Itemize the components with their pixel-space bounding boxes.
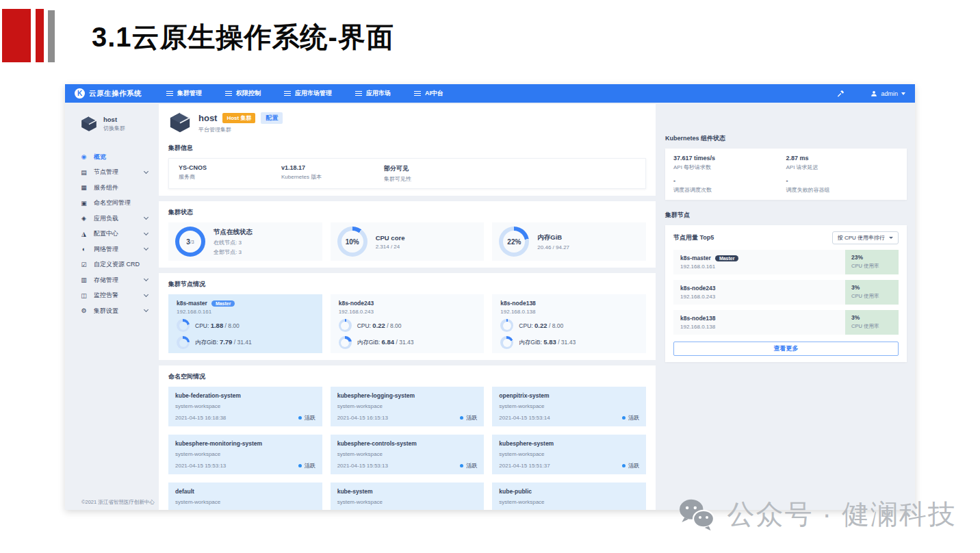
- status-badge: 活跃: [628, 462, 639, 470]
- namespace-workspace: system-workspace: [175, 451, 315, 457]
- usage-label: CPU 使用率: [851, 323, 892, 330]
- donut-total: /3: [190, 240, 194, 244]
- nodes-icon: ▤: [80, 169, 88, 176]
- nav-item-app-market[interactable]: 应用市场: [355, 89, 391, 98]
- namespace-card[interactable]: kubesphere-system system-workspace 2021-…: [492, 435, 646, 474]
- sidebar-item-storage-management[interactable]: ▥ 存储管理: [80, 272, 159, 288]
- metric-label: 内存GiB:: [195, 339, 218, 346]
- sidebar-item-node-management[interactable]: ▤ 节点管理: [80, 165, 159, 181]
- namespace-card[interactable]: default system-workspace 2021-04-15 15:4…: [168, 483, 322, 510]
- namespace-card[interactable]: kube-federation-system system-workspace …: [168, 387, 322, 426]
- metric-scheduler-attempts: - 调度器调度次数: [673, 177, 786, 194]
- cluster-info-card: YS-CNOS 服务商 v1.18.17 Kubernetes 版本 部分可见 …: [168, 158, 646, 189]
- crd-icon: ☑: [80, 261, 88, 268]
- namespace-date: 2021-04-15 15:53:13: [337, 463, 388, 469]
- brand-name: 云原生操作系统: [89, 89, 142, 99]
- config-icon: ◮: [80, 231, 88, 237]
- sidebar-item-namespace-management[interactable]: ▣ 命名空间管理: [80, 196, 159, 211]
- toolbox-hammer-icon[interactable]: [837, 90, 844, 97]
- title-red-square: [2, 9, 31, 62]
- info-value: v1.18.17: [281, 164, 384, 171]
- namespace-name: kubesphere-controls-system: [337, 440, 478, 447]
- namespace-card[interactable]: kubesphere-logging-system system-workspa…: [331, 387, 485, 426]
- master-badge: Master: [715, 255, 739, 261]
- hamburger-icon: [355, 91, 362, 92]
- nav-item-ai-platform[interactable]: AI中台: [414, 89, 443, 98]
- namespace-workspace: system-workspace: [175, 403, 315, 409]
- sidebar-item-network-management[interactable]: ◐ 网络管理: [80, 242, 159, 257]
- mini-donut-cpu: [500, 319, 513, 332]
- donut-cpu: 10%: [337, 227, 368, 257]
- nav-item-label: 应用市场管理: [295, 89, 332, 98]
- usage-percent: 3%: [851, 314, 892, 321]
- node-card-node138[interactable]: k8s-node138 192.168.0.138 CPU: 0.22 / 8.…: [492, 294, 646, 353]
- chevron-down-icon: [144, 276, 149, 281]
- node-ip: 192.168.0.138: [680, 324, 838, 330]
- copyright-footer: ©2021 浙江省智慧医疗创新中心: [81, 499, 155, 506]
- status-badge: 活跃: [628, 414, 639, 422]
- info-label: 集群可见性: [384, 175, 487, 183]
- info-visibility: 部分可见 集群可见性: [384, 164, 487, 183]
- brand[interactable]: K 云原生操作系统: [75, 88, 142, 99]
- workloads-icon: ◈: [80, 215, 88, 222]
- sidebar-item-cluster-settings[interactable]: ⚙ 集群设置: [80, 303, 159, 319]
- namespace-workspace: system-workspace: [499, 499, 639, 505]
- view-more-button[interactable]: 查看更多: [673, 342, 899, 356]
- title-red-bar: [36, 9, 44, 62]
- sidebar-item-overview[interactable]: ◉ 概览: [80, 149, 159, 165]
- chevron-down-icon: [144, 231, 149, 235]
- chevron-down-icon: [889, 237, 893, 239]
- metric-total: / 8.00: [387, 322, 401, 329]
- donut-memory: 22%: [499, 227, 529, 257]
- section-title-cluster-status: 集群状态: [168, 208, 646, 217]
- status-badge: 活跃: [305, 414, 315, 422]
- hamburger-icon: [284, 91, 291, 92]
- configure-button[interactable]: 配置: [261, 112, 283, 124]
- sidebar-item-label: 监控告警: [94, 291, 118, 300]
- namespace-card[interactable]: kube-system system-workspace 2021-04-15 …: [331, 483, 485, 510]
- wechat-icon: [678, 498, 716, 532]
- components-icon: ▦: [80, 184, 88, 191]
- gauge-line: 全部节点: 3: [214, 248, 253, 256]
- usage-row-node138[interactable]: k8s-node138 192.168.0.138 3% CPU 使用率: [673, 310, 899, 335]
- node-card-node243[interactable]: k8s-node243 192.168.0.243 CPU: 0.22 / 8.…: [331, 294, 485, 353]
- namespace-name: openpitrix-system: [499, 392, 639, 399]
- namespace-name: kubesphere-monitoring-system: [175, 440, 315, 447]
- namespace-date: 2021-04-15 16:15:13: [337, 415, 388, 421]
- nav-item-label: 权限控制: [236, 89, 261, 98]
- section-title-cluster-info: 集群信息: [168, 144, 646, 153]
- nav-item-permission-control[interactable]: 权限控制: [225, 89, 261, 98]
- namespace-workspace: system-workspace: [337, 499, 478, 505]
- k-logo-icon: K: [75, 88, 85, 99]
- metric-value: 5.83: [543, 338, 556, 346]
- metric-total: / 31.43: [558, 339, 576, 346]
- sort-by-cpu-dropdown[interactable]: 按 CPU 使用率排行: [832, 231, 899, 244]
- watermark: 公众号 · 健澜科技: [678, 496, 957, 533]
- usage-row-master[interactable]: k8s-master Master 192.168.0.161 23% CPU …: [673, 250, 899, 274]
- sidebar-item-monitoring-alerts[interactable]: ◫ 监控告警: [80, 288, 159, 304]
- namespace-card[interactable]: openpitrix-system system-workspace 2021-…: [492, 387, 646, 426]
- namespace-card[interactable]: kube-public system-workspace 2021-04-15 …: [492, 483, 646, 510]
- node-ip: 192.168.0.243: [339, 309, 476, 315]
- nav-item-cluster-management[interactable]: 集群管理: [166, 89, 202, 98]
- sidebar-item-crd[interactable]: ☑ 自定义资源 CRD: [80, 257, 159, 273]
- namespace-card[interactable]: kubesphere-monitoring-system system-work…: [168, 435, 322, 474]
- status-badge: 活跃: [466, 462, 477, 470]
- nav-item-app-market-management[interactable]: 应用市场管理: [284, 89, 332, 98]
- metric-total: / 31.43: [396, 339, 413, 346]
- node-card-master[interactable]: k8s-master Master 192.168.0.161 CPU: 1.8…: [168, 294, 322, 353]
- monitoring-icon: ◫: [80, 292, 88, 299]
- gauge-title: 内存GiB: [537, 233, 569, 242]
- user-menu[interactable]: admin: [871, 90, 905, 97]
- sidebar-item-config-center[interactable]: ◮ 配置中心: [80, 227, 159, 242]
- cluster-switcher[interactable]: host 切换集群: [80, 115, 159, 133]
- chevron-down-icon: [144, 292, 149, 297]
- namespace-name: kube-system: [337, 488, 478, 495]
- namespace-workspace: system-workspace: [337, 451, 478, 457]
- sidebar-item-service-components[interactable]: ▦ 服务组件: [80, 180, 159, 196]
- gauge-node-online: 3/3 节点在线状态 在线节点: 3 全部节点: 3: [168, 222, 322, 261]
- usage-row-node243[interactable]: k8s-node243 192.168.0.243 3% CPU 使用率: [673, 280, 899, 305]
- sidebar-item-app-workloads[interactable]: ◈ 应用负载: [80, 211, 159, 227]
- namespace-card[interactable]: kubesphere-controls-system system-worksp…: [331, 435, 485, 474]
- mini-donut-memory: [177, 336, 190, 349]
